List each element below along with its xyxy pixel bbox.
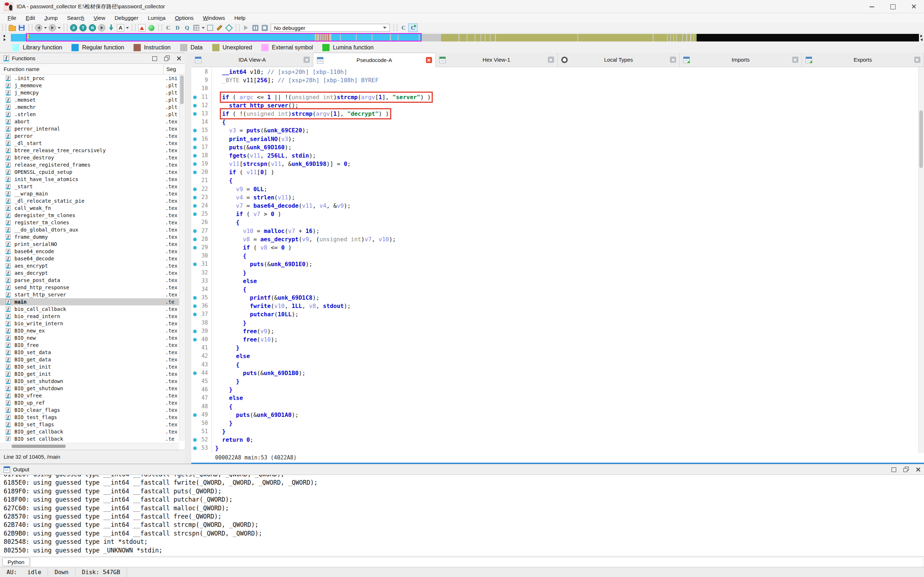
code-line[interactable]: 10 — [191, 84, 924, 93]
output-log[interactable]: 6171E0: using guessed type __int64 __fas… — [0, 475, 924, 556]
band-scroll-right-icon[interactable] — [3, 38, 6, 41]
code-line[interactable]: 26 { — [191, 218, 924, 226]
code-line[interactable]: 41 } — [191, 344, 924, 352]
code-line[interactable]: 21 { — [191, 176, 924, 185]
panel-close-button[interactable] — [915, 467, 921, 472]
forward-history-caret[interactable] — [58, 27, 61, 29]
function-row[interactable]: fbtree_release_tree_recursively.tex — [0, 147, 179, 154]
menu-lumina[interactable]: Lumina — [143, 13, 170, 23]
code-line[interactable]: 47 else — [191, 394, 924, 402]
tab-close-icon[interactable] — [426, 57, 432, 63]
function-row[interactable]: fbtree_destroy.tex — [0, 154, 179, 161]
menu-search[interactable]: Search — [63, 13, 89, 23]
function-row[interactable]: fBIO_get_shutdown.tex — [0, 385, 179, 392]
jump-by-name-button[interactable]: # — [69, 23, 78, 32]
tab-exports[interactable]: Exports — [802, 53, 924, 67]
code-line[interactable]: 20 if ( v11[0] ) — [191, 168, 924, 176]
function-row[interactable]: finit_have_lse_atomics.tex — [0, 176, 179, 183]
function-row[interactable]: fderegister_tm_clones.tex — [0, 212, 179, 219]
tab-hex-view-1[interactable]: Hex View-1 — [436, 53, 558, 67]
function-row[interactable]: f_dl_start.tex — [0, 140, 179, 147]
function-row[interactable]: fperror_internal.tex — [0, 125, 179, 132]
function-row[interactable]: f__do_global_dtors_aux.tex — [0, 226, 179, 233]
code-line[interactable]: 23 v4 = strlen(v11); — [191, 193, 924, 201]
menu-jump[interactable]: Jump — [40, 13, 63, 23]
toolbar-grip[interactable] — [2, 24, 6, 31]
function-row[interactable]: fBIO_clear_flags.tex — [0, 406, 179, 414]
function-row[interactable]: fBIO_set_init.tex — [0, 363, 179, 371]
scrollbar-thumb[interactable] — [919, 110, 923, 168]
address-band[interactable] — [11, 34, 919, 42]
code-line[interactable]: 27 v10 = malloc(v7 + 16); — [191, 227, 924, 235]
graph-overview-button[interactable] — [137, 23, 146, 32]
code-line[interactable]: 37 putchar(10LL); — [191, 310, 924, 318]
tab-close-icon[interactable] — [792, 56, 798, 63]
code-line[interactable]: 17 puts(&unk_69D160); — [191, 143, 924, 152]
panel-close-button[interactable] — [176, 56, 182, 61]
minimize-button[interactable] — [861, 0, 882, 13]
menu-options[interactable]: Options — [170, 13, 199, 23]
tab-imports[interactable]: Imports — [680, 53, 802, 67]
run-script-button[interactable]: C — [408, 23, 418, 32]
code-line[interactable]: 49 puts(&unk_69D1A0); — [191, 411, 924, 419]
code-line[interactable]: 51 } — [191, 427, 924, 436]
jump-by-next-button[interactable]: N — [88, 23, 97, 32]
code-line[interactable]: 52 return 0; — [191, 436, 924, 444]
code-line[interactable]: 22 v9 = 0LL; — [191, 185, 924, 193]
code-line[interactable]: 44 puts(&unk_69D1B0); — [191, 369, 924, 377]
function-row[interactable]: f.memset.plt — [0, 96, 179, 103]
menu-view[interactable]: View — [89, 13, 110, 23]
function-row[interactable]: fmain.te — [0, 298, 179, 305]
code-line[interactable]: 31 puts(&unk_69D1E0); — [191, 260, 924, 268]
function-row[interactable]: fOPENSSL_cpuid_setup.tex — [0, 168, 179, 176]
code-line[interactable]: 25 if ( v7 > 0 ) — [191, 210, 924, 218]
function-row[interactable]: fBIO_set_callback.te — [0, 435, 179, 441]
function-row[interactable]: f_dl_relocate_static_pie.tex — [0, 197, 179, 205]
debugger-start-button[interactable] — [241, 23, 250, 32]
function-row[interactable]: fBIO_up_ref.tex — [0, 399, 179, 406]
jump-down-button[interactable] — [107, 23, 115, 32]
code-line[interactable]: 29 if ( v8 <= 0 ) — [191, 243, 924, 252]
function-row[interactable]: fj_memcpy.plt — [0, 89, 179, 96]
code-line[interactable]: 50 } — [191, 419, 924, 427]
quick-view-button[interactable]: Q — [183, 23, 191, 32]
functions-vertical-scrollbar[interactable] — [179, 75, 185, 441]
function-row[interactable]: fperror.tex — [0, 132, 179, 140]
code-line[interactable]: 34 { — [191, 285, 924, 293]
navigate-forward-button[interactable] — [48, 23, 57, 32]
function-row[interactable]: fbio_read_intern.tex — [0, 313, 179, 320]
function-row[interactable]: fBIO_set_shutdown.tex — [0, 377, 179, 385]
toolbar-grip[interactable] — [132, 24, 136, 31]
function-row[interactable]: fbase64_encode.tex — [0, 248, 179, 255]
menu-edit[interactable]: Edit — [21, 13, 40, 23]
toolbar-grip[interactable] — [29, 24, 32, 31]
panel-float-button[interactable] — [903, 467, 909, 472]
function-row[interactable]: fBIO_test_flags.tex — [0, 414, 179, 421]
band-left-arrow-icon[interactable] — [921, 38, 922, 41]
tab-close-icon[interactable] — [670, 56, 676, 63]
function-row[interactable]: f.memchr.plt — [0, 103, 179, 111]
function-row[interactable]: fBIO_free.tex — [0, 342, 179, 349]
grid-view-button[interactable] — [192, 23, 201, 32]
code-line[interactable]: 13 if ( !(unsigned int)strcmp(argv[1], "… — [191, 110, 924, 118]
code-line[interactable]: 38 } — [191, 319, 924, 327]
toolbar-grip[interactable] — [393, 24, 397, 31]
code-line[interactable]: 35 printf(&unk_69D1C8); — [191, 293, 924, 302]
function-row[interactable]: fBIO_vfree.tex — [0, 392, 179, 399]
refresh-button[interactable] — [97, 23, 106, 32]
close-button[interactable] — [903, 0, 924, 13]
tab-pseudocode-a[interactable]: Pseudocode-A — [313, 53, 435, 67]
ascii-strings-button[interactable]: A — [116, 23, 125, 32]
panel-float-button[interactable] — [164, 56, 170, 61]
column-segment[interactable]: Seg — [163, 64, 176, 75]
code-line[interactable]: 9 _BYTE v11[256]; // [xsp+28h] [xbp-108h… — [191, 76, 924, 84]
function-row[interactable]: fBIO_set_data.tex — [0, 349, 179, 356]
function-row[interactable]: fBIO_new_ex.tex — [0, 327, 179, 334]
panel-splitter[interactable] — [185, 53, 191, 464]
functions-panel-titlebar[interactable]: f Functions — [0, 53, 185, 64]
tab-close-icon[interactable] — [548, 56, 554, 63]
function-row[interactable]: faes_decrypt.tex — [0, 269, 179, 277]
function-row[interactable]: fsend_http_response.tex — [0, 284, 179, 291]
compile-script-button[interactable]: C — [399, 23, 408, 32]
function-row[interactable]: fprint_serialNO.tex — [0, 240, 179, 248]
